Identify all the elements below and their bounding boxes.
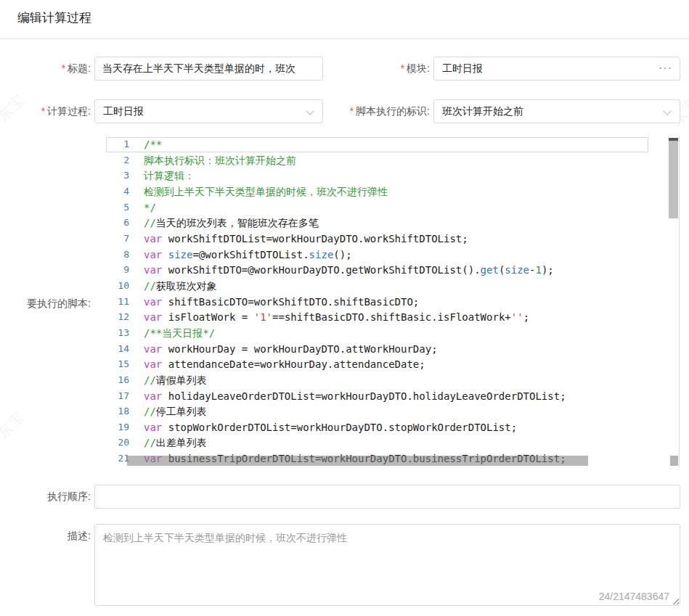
code-line[interactable]: 1/** — [94, 136, 679, 152]
code-line[interactable]: 16//请假单列表 — [94, 372, 679, 388]
code-text: var workShiftDTOList=workHourDayDTO.work… — [129, 231, 468, 247]
code-line[interactable]: 17var holidayLeaveOrderDTOList=workHourD… — [94, 388, 679, 404]
watermark: 东宝 — [0, 406, 30, 443]
line-number: 14 — [94, 341, 129, 357]
title-label: *标题: — [0, 57, 91, 81]
code-line[interactable]: 6//当天的班次列表，智能班次存在多笔 — [94, 215, 679, 231]
code-text: 脚本执行标识：班次计算开始之前 — [129, 153, 296, 169]
code-text: //获取班次对象 — [129, 279, 217, 295]
order-input[interactable] — [95, 485, 680, 508]
line-number: 10 — [94, 278, 129, 294]
script-flag-value: 班次计算开始之前 — [442, 100, 523, 123]
module-value: 工时日报 — [442, 57, 483, 80]
description-field-box: 检测到上半天下半天类型单据的时候，班次不进行弹性 24/2147483647 — [94, 524, 680, 606]
line-number: 19 — [94, 419, 129, 435]
code-line[interactable]: 12var isFloatWork = '1'==shiftBasicDTO.s… — [94, 309, 679, 325]
required-asterisk: * — [41, 105, 45, 117]
order-label: 执行顺序: — [0, 485, 91, 509]
code-text: //当天的班次列表，智能班次存在多笔 — [129, 215, 319, 231]
code-line[interactable]: 13/**当天日报*/ — [94, 325, 679, 341]
code-text: */ — [129, 200, 156, 216]
code-line[interactable]: 2脚本执行标识：班次计算开始之前 — [94, 152, 679, 168]
line-number: 5 — [94, 200, 129, 215]
code-line[interactable]: 5*/ — [94, 200, 679, 215]
more-icon[interactable]: ··· — [659, 57, 672, 78]
code-text: //停工单列表 — [129, 404, 207, 420]
line-number: 17 — [94, 388, 129, 404]
code-editor[interactable]: 1/**2脚本执行标识：班次计算开始之前3计算逻辑：4检测到上半天下半天类型单据… — [94, 136, 680, 467]
horizontal-scrollbar-thumb[interactable] — [127, 456, 588, 466]
title-field-box — [94, 57, 323, 81]
edit-calculation-dialog: 东宝 东宝 东宝 东宝 编辑计算过程 *标题: *模块: 工时日报 ··· *计… — [0, 0, 689, 616]
code-text: //出差单列表 — [129, 435, 207, 451]
code-line[interactable]: 8var size=@workShiftDTOList.size(); — [94, 247, 679, 263]
required-asterisk: * — [62, 62, 65, 74]
script-label: 要执行的脚本: — [0, 292, 91, 316]
header-divider — [0, 38, 689, 39]
code-text: var shiftBasicDTO=workShiftDTO.shiftBasi… — [129, 295, 419, 311]
code-line[interactable]: 10//获取班次对象 — [94, 278, 679, 294]
process-label: *计算过程: — [0, 99, 91, 123]
line-number: 7 — [94, 231, 129, 247]
module-field-box[interactable]: 工时日报 ··· — [433, 57, 680, 81]
code-text: var workHourDay = workHourDayDTO.attWork… — [129, 342, 438, 358]
code-text: 检测到上半天下半天类型单据的时候，班次不进行弹性 — [129, 184, 388, 200]
required-asterisk: * — [401, 62, 404, 74]
process-value: 工时日报 — [103, 100, 144, 123]
code-text: /** — [129, 137, 162, 153]
code-text: //请假单列表 — [129, 373, 207, 389]
code-text: var isFloatWork = '1'==shiftBasicDTO.shi… — [129, 310, 529, 326]
chevron-down-icon — [663, 107, 671, 115]
code-line[interactable]: 11var shiftBasicDTO=workShiftDTO.shiftBa… — [94, 294, 679, 310]
process-select[interactable]: 工时日报 — [94, 99, 323, 123]
code-line[interactable]: 20//出差单列表 — [94, 435, 679, 451]
required-asterisk: * — [350, 105, 354, 117]
line-number: 12 — [94, 309, 129, 325]
line-number: 15 — [94, 356, 129, 372]
code-text: 计算逻辑： — [129, 168, 195, 184]
line-number: 20 — [94, 435, 129, 451]
line-number: 13 — [94, 325, 129, 341]
line-number: 21 — [94, 451, 129, 467]
code-text: var attendanceDate=workHourDay.attendanc… — [129, 357, 425, 373]
line-number: 1 — [94, 136, 129, 152]
code-lines: 1/**2脚本执行标识：班次计算开始之前3计算逻辑：4检测到上半天下半天类型单据… — [94, 136, 679, 467]
char-counter: 24/2147483647 — [599, 591, 669, 602]
code-line[interactable]: 14var workHourDay = workHourDayDTO.attWo… — [94, 341, 679, 357]
code-line[interactable]: 4检测到上半天下半天类型单据的时候，班次不进行弹性 — [94, 184, 679, 200]
line-number: 6 — [94, 215, 129, 231]
vertical-scrollbar-thumb[interactable] — [669, 141, 678, 218]
line-number: 18 — [94, 403, 129, 419]
code-text: var holidayLeaveOrderDTOList=workHourDay… — [129, 389, 566, 405]
line-number: 2 — [94, 152, 129, 168]
title-input[interactable] — [95, 57, 322, 80]
code-line[interactable]: 9var workShiftDTO=@workHourDayDTO.getWor… — [94, 262, 679, 278]
code-line[interactable]: 15var attendanceDate=workHourDay.attenda… — [94, 356, 679, 372]
line-number: 9 — [94, 262, 129, 278]
script-flag-label: *脚本执行的标识: — [305, 99, 430, 123]
script-flag-select[interactable]: 班次计算开始之前 — [433, 99, 680, 123]
code-line[interactable]: 19var stopWorkOrderDTOList=workHourDayDT… — [94, 419, 679, 435]
code-text: /**当天日报*/ — [129, 326, 215, 342]
description-label: 描述: — [0, 524, 91, 548]
code-line[interactable]: 7var workShiftDTOList=workHourDayDTO.wor… — [94, 231, 679, 247]
code-text: var size=@workShiftDTOList.size(); — [129, 247, 352, 263]
code-line[interactable]: 3计算逻辑： — [94, 168, 679, 184]
line-number: 16 — [94, 372, 129, 388]
code-text: var workShiftDTO=@workHourDayDTO.getWork… — [129, 263, 554, 279]
scrollbar-corner — [670, 456, 678, 466]
line-number: 11 — [94, 294, 129, 310]
order-field-box — [94, 485, 680, 509]
code-line[interactable]: 18//停工单列表 — [94, 403, 679, 419]
line-number: 8 — [94, 247, 129, 263]
description-textarea[interactable]: 检测到上半天下半天类型单据的时候，班次不进行弹性 — [95, 525, 680, 605]
page-title: 编辑计算过程 — [17, 9, 91, 26]
line-number: 3 — [94, 168, 129, 184]
module-label: *模块: — [305, 57, 430, 81]
line-number: 4 — [94, 184, 129, 200]
code-text: var stopWorkOrderDTOList=workHourDayDTO.… — [129, 420, 517, 436]
